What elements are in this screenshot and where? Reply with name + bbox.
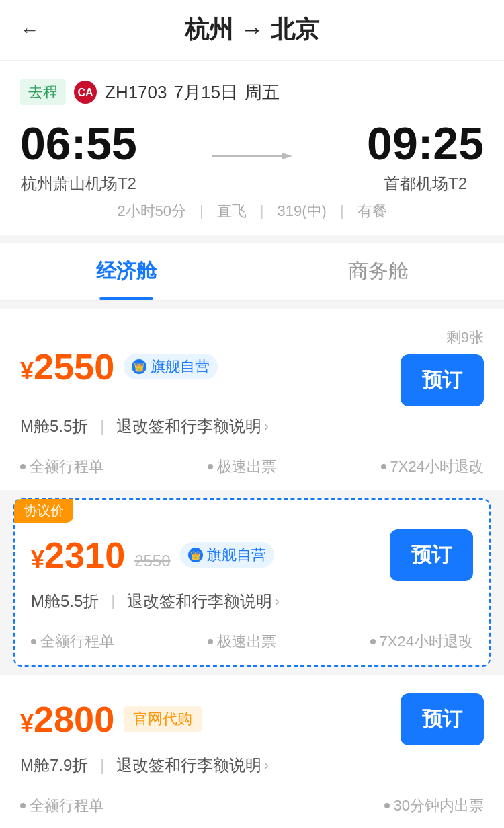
benefit-2-2: 极速出票 [208,632,276,652]
book-button-1[interactable]: 预订 [401,354,484,406]
flagship-icon-1: 👑 [132,359,146,374]
benefit-dot [381,464,386,469]
benefit-dot [20,803,26,808]
price-top-row-3: ¥2800 官网代购 预订 [20,693,484,745]
price-amount-2: ¥2310 [31,534,125,576]
price-top-row-1: ¥2550 👑 旗舰自营 剩9张 预订 [20,328,484,406]
price-card-1: ¥2550 👑 旗舰自营 剩9张 预订 M舱5.5折 | 退改签和行李额说明 ›… [0,309,504,490]
tab-economy[interactable]: 经济舱 [0,243,252,300]
refund-link-3[interactable]: 退改签和行李额说明 › [116,755,269,776]
benefit-1-3: 7X24小时退改 [381,457,484,477]
flight-date: 7月15日 [174,81,238,104]
price-amount-3: ¥2800 [20,698,114,740]
benefit-3-1: 全额行程单 [20,796,103,816]
price-left-3: ¥2800 官网代购 [20,698,202,740]
remaining-1: 剩9张 [446,328,484,348]
right-block-1: 剩9张 预订 [401,328,484,406]
qucheng-badge: 去程 [20,79,66,105]
svg-marker-3 [282,153,292,159]
back-button[interactable]: ← [20,20,39,41]
price-original-2: 2550 [134,552,170,570]
cabin-row-1: M舱5.5折 | 退改签和行李额说明 › [20,416,484,437]
depart-time: 06:55 [20,118,137,169]
flight-time-row: 06:55 杭州萧山机场T2 09:25 首都机场T2 [20,118,484,194]
flight-badge-row: 去程 CA ZH1703 7月15日 周五 [20,79,484,105]
flight-weekday: 周五 [245,81,280,104]
cabin-text-1: M舱5.5折 [20,416,88,437]
book-button-3[interactable]: 预订 [401,693,484,745]
price-amount-1: ¥2550 [20,346,114,387]
depart-airport: 杭州萧山机场T2 [21,173,136,194]
price-left-1: ¥2550 👑 旗舰自营 [20,346,218,387]
benefit-3-2: 30分钟内出票 [384,796,484,816]
airline-logo-icon: CA [73,79,98,105]
header: ← 杭州 → 北京 [0,0,504,61]
book-button-2[interactable]: 预订 [390,529,473,581]
chevron-right-icon-2: › [275,593,280,609]
benefit-1-1: 全额行程单 [20,457,103,477]
price-card-3: ¥2800 官网代购 预订 M舱7.9折 | 退改签和行李额说明 › 全额行程单… [0,675,504,828]
flight-info-card: 去程 CA ZH1703 7月15日 周五 06:55 杭州萧山机场T2 09:… [0,61,504,235]
price-card-negotiation: 协议价 ¥2310 2550 👑 旗舰自营 预订 M舱5.5折 | 退改签和行李… [13,498,491,667]
negotiation-tag: 协议价 [14,499,73,523]
flight-type: 直飞 [204,201,260,221]
benefit-dot [384,803,390,808]
flight-aircraft: 319(中) [264,201,340,221]
benefit-1-2: 极速出票 [208,457,276,477]
benefit-dot [208,639,213,644]
cabin-row-2: M舱5.5折 | 退改签和行李额说明 › [31,591,473,612]
right-block-2: 预订 [390,529,473,581]
cabin-text-2: M舱5.5折 [31,591,99,612]
guanwang-tag: 官网代购 [124,706,202,732]
flight-meal: 有餐 [344,201,401,221]
flight-duration: 2小时50分 [103,201,200,221]
benefit-2-1: 全额行程单 [31,632,114,652]
cabin-row-3: M舱7.9折 | 退改签和行李额说明 › [20,755,484,776]
price-left-2: ¥2310 2550 👑 旗舰自营 [31,534,274,576]
benefits-row-1: 全额行程单 极速出票 7X24小时退改 [20,447,484,477]
chevron-right-icon-3: › [264,757,269,773]
svg-text:CA: CA [77,87,93,98]
benefit-2-3: 7X24小时退改 [370,632,473,652]
right-block-3: 预订 [401,693,484,745]
chevron-right-icon: › [264,418,269,434]
benefit-dot [20,464,26,469]
flight-detail-row: 2小时50分 | 直飞 | 319(中) | 有餐 [20,201,484,221]
flagship-tag-2: 👑 旗舰自营 [180,542,274,568]
cabin-text-3: M舱7.9折 [20,755,88,776]
tab-business[interactable]: 商务舱 [252,243,504,300]
arrive-time: 09:25 [367,118,484,169]
benefits-row-3: 全额行程单 30分钟内出票 [20,786,484,816]
refund-link-2[interactable]: 退改签和行李额说明 › [127,591,280,612]
page-title: 杭州 → 北京 [185,13,319,46]
arrive-block: 09:25 首都机场T2 [367,118,484,194]
benefit-dot [31,639,36,644]
cabin-tabs: 经济舱 商务舱 [0,243,504,301]
flagship-label-1: 旗舰自营 [151,356,210,377]
arrive-airport: 首都机场T2 [384,173,467,194]
flagship-icon-2: 👑 [188,548,203,562]
flagship-label-2: 旗舰自营 [207,545,266,565]
flagship-tag-1: 👑 旗舰自营 [124,354,218,379]
benefit-dot [370,639,376,644]
benefits-row-2: 全额行程单 极速出票 7X24小时退改 [31,622,473,652]
benefit-dot [208,464,213,469]
flight-number: ZH1703 [105,82,167,103]
refund-link-1[interactable]: 退改签和行李额说明 › [116,416,269,437]
depart-block: 06:55 杭州萧山机场T2 [20,118,137,194]
flight-arrow [137,149,367,163]
price-top-row-2: ¥2310 2550 👑 旗舰自营 预订 [31,529,473,581]
